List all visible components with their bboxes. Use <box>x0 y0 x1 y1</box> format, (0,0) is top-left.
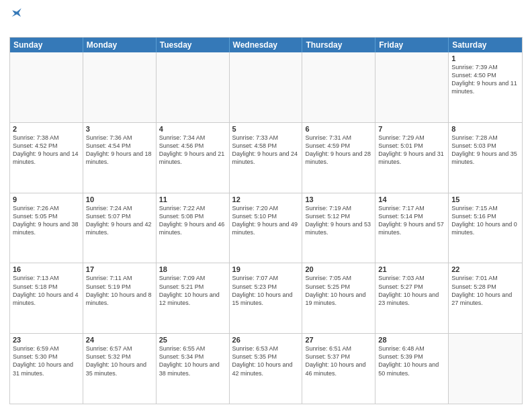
cal-cell-24: 24Sunrise: 6:57 AM Sunset: 5:32 PM Dayli… <box>83 334 157 404</box>
cal-cell-8: 8Sunrise: 7:28 AM Sunset: 5:03 PM Daylig… <box>449 123 522 193</box>
day-info: Sunrise: 6:55 AM Sunset: 5:34 PM Dayligh… <box>159 345 226 377</box>
day-info: Sunrise: 7:11 AM Sunset: 5:19 PM Dayligh… <box>86 274 153 307</box>
day-number: 7 <box>378 125 445 133</box>
day-number: 21 <box>378 265 445 273</box>
cal-cell-10: 10Sunrise: 7:24 AM Sunset: 5:07 PM Dayli… <box>83 193 157 263</box>
cal-cell-6: 6Sunrise: 7:31 AM Sunset: 4:59 PM Daylig… <box>302 123 375 193</box>
day-number: 16 <box>13 265 80 273</box>
day-number: 28 <box>378 336 445 344</box>
day-info: Sunrise: 7:05 AM Sunset: 5:25 PM Dayligh… <box>305 274 372 307</box>
cal-cell-empty-2 <box>157 52 230 122</box>
cal-cell-empty-3 <box>230 52 303 122</box>
cal-header-monday: Monday <box>83 38 157 52</box>
cal-cell-25: 25Sunrise: 6:55 AM Sunset: 5:34 PM Dayli… <box>157 334 230 404</box>
day-number: 13 <box>305 195 372 203</box>
cal-cell-7: 7Sunrise: 7:29 AM Sunset: 5:01 PM Daylig… <box>375 123 449 193</box>
day-info: Sunrise: 7:38 AM Sunset: 4:52 PM Dayligh… <box>13 134 80 167</box>
cal-cell-20: 20Sunrise: 7:05 AM Sunset: 5:25 PM Dayli… <box>302 263 375 333</box>
day-info: Sunrise: 7:22 AM Sunset: 5:08 PM Dayligh… <box>159 204 226 237</box>
day-info: Sunrise: 7:28 AM Sunset: 5:03 PM Dayligh… <box>451 134 519 167</box>
day-number: 27 <box>305 336 372 344</box>
day-info: Sunrise: 6:51 AM Sunset: 5:37 PM Dayligh… <box>305 345 372 377</box>
day-number: 24 <box>86 336 153 344</box>
cal-cell-5: 5Sunrise: 7:33 AM Sunset: 4:58 PM Daylig… <box>230 123 303 193</box>
calendar: SundayMondayTuesdayWednesdayThursdayFrid… <box>9 37 523 404</box>
cal-header-sunday: Sunday <box>10 38 83 52</box>
day-info: Sunrise: 7:33 AM Sunset: 4:58 PM Dayligh… <box>232 134 300 167</box>
day-number: 18 <box>159 265 226 273</box>
day-info: Sunrise: 6:59 AM Sunset: 5:30 PM Dayligh… <box>13 345 80 377</box>
day-number: 17 <box>86 265 153 273</box>
cal-week-2: 9Sunrise: 7:26 AM Sunset: 5:05 PM Daylig… <box>10 193 522 263</box>
day-info: Sunrise: 7:39 AM Sunset: 4:50 PM Dayligh… <box>451 63 519 96</box>
day-number: 12 <box>232 195 300 203</box>
cal-cell-16: 16Sunrise: 7:13 AM Sunset: 5:18 PM Dayli… <box>10 263 83 333</box>
cal-cell-19: 19Sunrise: 7:07 AM Sunset: 5:23 PM Dayli… <box>230 263 303 333</box>
day-info: Sunrise: 7:26 AM Sunset: 5:05 PM Dayligh… <box>13 204 80 237</box>
day-number: 3 <box>86 125 153 133</box>
cal-cell-14: 14Sunrise: 7:17 AM Sunset: 5:14 PM Dayli… <box>375 193 449 263</box>
day-number: 26 <box>232 336 300 344</box>
day-number: 10 <box>86 195 153 203</box>
cal-week-0: 1Sunrise: 7:39 AM Sunset: 4:50 PM Daylig… <box>10 52 522 122</box>
day-number: 8 <box>451 125 519 133</box>
cal-cell-27: 27Sunrise: 6:51 AM Sunset: 5:37 PM Dayli… <box>302 334 375 404</box>
day-number: 6 <box>305 125 372 133</box>
cal-week-1: 2Sunrise: 7:38 AM Sunset: 4:52 PM Daylig… <box>10 122 522 193</box>
day-number: 2 <box>13 125 80 133</box>
day-number: 19 <box>232 265 300 273</box>
day-info: Sunrise: 6:53 AM Sunset: 5:35 PM Dayligh… <box>232 345 300 377</box>
day-info: Sunrise: 7:20 AM Sunset: 5:10 PM Dayligh… <box>232 204 300 237</box>
cal-cell-21: 21Sunrise: 7:03 AM Sunset: 5:27 PM Dayli… <box>375 263 449 333</box>
day-number: 5 <box>232 125 300 133</box>
calendar-header-row: SundayMondayTuesdayWednesdayThursdayFrid… <box>10 38 522 52</box>
logo-bird-icon <box>11 7 23 19</box>
day-number: 11 <box>159 195 226 203</box>
cal-cell-3: 3Sunrise: 7:36 AM Sunset: 4:54 PM Daylig… <box>83 123 157 193</box>
page: General SundayMondayTuesdayWednesdayThur… <box>0 0 532 411</box>
logo: General <box>9 7 54 33</box>
cal-cell-15: 15Sunrise: 7:15 AM Sunset: 5:16 PM Dayli… <box>449 193 522 263</box>
cal-cell-12: 12Sunrise: 7:20 AM Sunset: 5:10 PM Dayli… <box>230 193 303 263</box>
cal-cell-18: 18Sunrise: 7:09 AM Sunset: 5:21 PM Dayli… <box>157 263 230 333</box>
cal-cell-empty-6 <box>449 334 522 404</box>
day-info: Sunrise: 7:17 AM Sunset: 5:14 PM Dayligh… <box>378 204 445 237</box>
cal-cell-empty-0 <box>10 52 83 122</box>
cal-cell-26: 26Sunrise: 6:53 AM Sunset: 5:35 PM Dayli… <box>230 334 303 404</box>
cal-header-thursday: Thursday <box>302 38 375 52</box>
header: General <box>9 7 523 33</box>
cal-week-4: 23Sunrise: 6:59 AM Sunset: 5:30 PM Dayli… <box>10 333 522 404</box>
cal-cell-1: 1Sunrise: 7:39 AM Sunset: 4:50 PM Daylig… <box>449 52 522 122</box>
day-info: Sunrise: 7:09 AM Sunset: 5:21 PM Dayligh… <box>159 274 226 307</box>
day-info: Sunrise: 7:31 AM Sunset: 4:59 PM Dayligh… <box>305 134 372 167</box>
cal-week-3: 16Sunrise: 7:13 AM Sunset: 5:18 PM Dayli… <box>10 263 522 333</box>
day-number: 9 <box>13 195 80 203</box>
cal-cell-empty-1 <box>83 52 157 122</box>
cal-cell-4: 4Sunrise: 7:34 AM Sunset: 4:56 PM Daylig… <box>157 123 230 193</box>
cal-header-saturday: Saturday <box>449 38 522 52</box>
logo-text <box>9 7 23 19</box>
day-info: Sunrise: 6:48 AM Sunset: 5:39 PM Dayligh… <box>378 345 445 377</box>
cal-header-wednesday: Wednesday <box>230 38 303 52</box>
day-number: 23 <box>13 336 80 344</box>
cal-header-tuesday: Tuesday <box>157 38 230 52</box>
cal-header-friday: Friday <box>375 38 449 52</box>
day-info: Sunrise: 7:29 AM Sunset: 5:01 PM Dayligh… <box>378 134 445 167</box>
day-number: 4 <box>159 125 226 133</box>
cal-cell-22: 22Sunrise: 7:01 AM Sunset: 5:28 PM Dayli… <box>449 263 522 333</box>
day-info: Sunrise: 7:24 AM Sunset: 5:07 PM Dayligh… <box>86 204 153 237</box>
day-number: 14 <box>378 195 445 203</box>
day-number: 22 <box>451 265 519 273</box>
cal-cell-empty-5 <box>375 52 449 122</box>
day-info: Sunrise: 7:03 AM Sunset: 5:27 PM Dayligh… <box>378 274 445 307</box>
day-info: Sunrise: 7:15 AM Sunset: 5:16 PM Dayligh… <box>451 204 519 237</box>
calendar-body: 1Sunrise: 7:39 AM Sunset: 4:50 PM Daylig… <box>10 52 522 404</box>
day-info: Sunrise: 7:07 AM Sunset: 5:23 PM Dayligh… <box>232 274 300 307</box>
cal-cell-28: 28Sunrise: 6:48 AM Sunset: 5:39 PM Dayli… <box>375 334 449 404</box>
day-info: Sunrise: 7:36 AM Sunset: 4:54 PM Dayligh… <box>86 134 153 167</box>
cal-cell-11: 11Sunrise: 7:22 AM Sunset: 5:08 PM Dayli… <box>157 193 230 263</box>
day-number: 1 <box>451 54 519 62</box>
day-number: 25 <box>159 336 226 344</box>
cal-cell-17: 17Sunrise: 7:11 AM Sunset: 5:19 PM Dayli… <box>83 263 157 333</box>
day-info: Sunrise: 7:19 AM Sunset: 5:12 PM Dayligh… <box>305 204 372 237</box>
